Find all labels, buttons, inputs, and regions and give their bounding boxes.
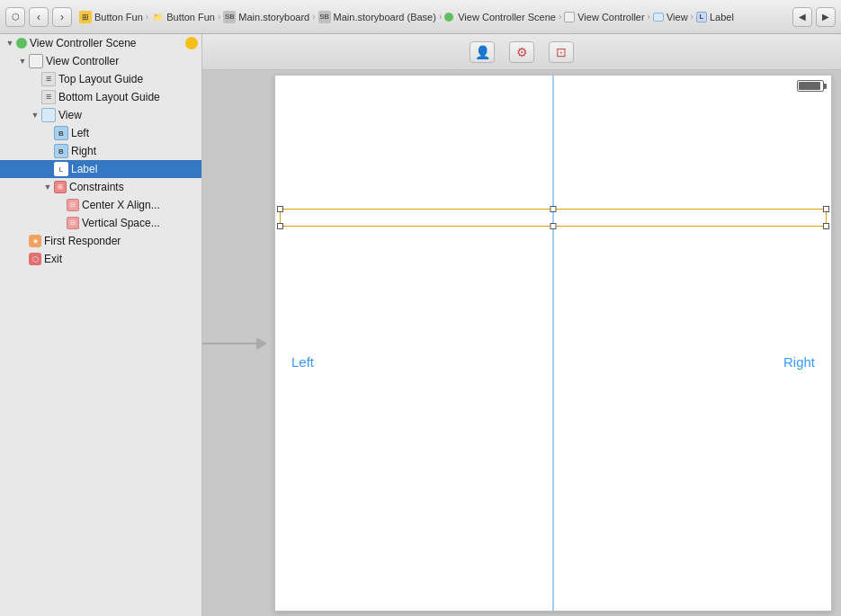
right-button-icon: B — [54, 144, 68, 158]
battery-container — [797, 80, 824, 92]
exit-label: Exit — [44, 253, 62, 265]
exit-icon: ⬡ — [29, 253, 41, 265]
tree-item-top-layout[interactable]: ☰ Top Layout Guide — [0, 70, 201, 88]
battery-nub — [824, 84, 827, 89]
tree-item-right[interactable]: B Right — [0, 142, 201, 160]
person-icon: 👤 — [475, 45, 490, 59]
label-selection-box[interactable] — [280, 209, 827, 227]
phone-canvas: Left Right — [274, 75, 832, 612]
canvas-area: 👤 ⚙ ⊡ — [202, 34, 841, 616]
tree-item-exit[interactable]: ⬡ Exit — [0, 250, 201, 268]
bc-buttonfun2-label: Button Fun — [166, 12, 215, 22]
bc-label-label: Label — [710, 12, 734, 22]
constraints-icon: ⊞ — [54, 181, 67, 193]
arrow-shaft — [202, 343, 256, 344]
bc-item-vc[interactable]: View Controller — [564, 12, 644, 22]
handle-bc — [550, 223, 557, 229]
bc-item-vcscene[interactable]: View Controller Scene — [444, 12, 556, 22]
view-icon — [41, 108, 56, 122]
bc-vc-icon — [564, 12, 575, 22]
bc-mainstoryboard-icon: SB — [223, 11, 236, 23]
nav-next-button[interactable]: ▶ — [816, 7, 836, 27]
battery-icon — [797, 80, 824, 92]
tree-item-view[interactable]: View — [0, 106, 201, 124]
right-button-text: Right — [783, 354, 815, 370]
top-toolbar: ⬡ ‹ › ⊞ Button Fun › 📁 Button Fun › SB M… — [0, 0, 841, 34]
bc-sep5: › — [559, 12, 561, 22]
bc-sep4: › — [439, 12, 442, 22]
tree-item-first-responder[interactable]: ★ First Responder — [0, 232, 201, 250]
disclosure-vc — [16, 55, 29, 67]
back-button[interactable]: ⬡ — [5, 7, 25, 27]
bc-item-mainstoryboard-base[interactable]: SB Main.storyboard (Base) — [318, 11, 436, 23]
bc-item-view[interactable]: View — [653, 12, 688, 22]
top-layout-icon: ☰ — [41, 72, 56, 86]
tree-item-vc-scene[interactable]: View Controller Scene — [0, 34, 201, 52]
bc-mainstoryboard-base-label: Main.storyboard (Base) — [334, 12, 436, 22]
vertical-space-icon: ⊟ — [67, 217, 79, 229]
center-x-label: Center X Align... — [82, 199, 160, 211]
tree-item-bottom-layout[interactable]: ☰ Bottom Layout Guide — [0, 88, 201, 106]
bc-sep2: › — [218, 12, 220, 22]
disclosure-view — [29, 109, 41, 121]
tree-item-label[interactable]: L Label — [0, 160, 201, 178]
canvas-icon-btn-3[interactable]: ⊡ — [549, 41, 574, 63]
handle-tc — [550, 206, 557, 212]
main-area: View Controller Scene View Controller ☰ … — [0, 34, 841, 616]
tree-item-constraints[interactable]: ⊞ Constraints — [0, 178, 201, 196]
canvas-icon-btn-1[interactable]: 👤 — [470, 41, 495, 63]
first-responder-icon: ★ — [29, 235, 41, 247]
label-label: Label — [71, 163, 97, 175]
left-button-text: Left — [291, 354, 314, 370]
handle-br — [823, 223, 829, 229]
label-icon: L — [54, 162, 68, 176]
tree-item-vertical-space[interactable]: ⊟ Vertical Space... — [0, 214, 201, 232]
first-responder-label: First Responder — [44, 235, 121, 247]
breadcrumb: ⊞ Button Fun › 📁 Button Fun › SB Main.st… — [79, 11, 734, 23]
bc-item-buttonfun2[interactable]: 📁 Button Fun — [151, 11, 215, 23]
scene-badge — [185, 37, 198, 49]
bc-view-label: View — [667, 12, 688, 22]
vc-label: View Controller — [46, 55, 119, 67]
bc-item-mainstoryboard[interactable]: SB Main.storyboard — [223, 11, 309, 23]
canvas-icon-btn-2[interactable]: ⚙ — [509, 41, 534, 63]
vc-icon — [29, 54, 43, 68]
settings-icon: ⚙ — [516, 45, 528, 59]
warning-icon: ⊡ — [556, 45, 567, 59]
bc-buttonfun2-icon: 📁 — [151, 11, 164, 23]
left-button-icon: B — [54, 126, 68, 140]
left-panel: View Controller Scene View Controller ☰ … — [0, 34, 202, 616]
canvas-top-bar: 👤 ⚙ ⊡ — [202, 34, 841, 70]
handle-bl — [277, 223, 283, 229]
bc-mainstoryboard-label: Main.storyboard — [238, 12, 309, 22]
nav-prev-button[interactable]: ◀ — [792, 7, 812, 27]
tree-item-center-x[interactable]: ⊟ Center X Align... — [0, 196, 201, 214]
bc-buttonfun1-label: Button Fun — [94, 12, 143, 22]
scene-icon — [16, 38, 27, 49]
left-label: Left — [71, 127, 89, 139]
bc-sep1: › — [146, 12, 148, 22]
tree-item-vc[interactable]: View Controller — [0, 52, 201, 70]
bc-buttonfun1-icon: ⊞ — [79, 11, 92, 23]
constraints-label: Constraints — [69, 181, 124, 193]
bc-vcscene-label: View Controller Scene — [458, 12, 556, 22]
bc-item-label[interactable]: L Label — [696, 12, 734, 22]
handle-tr — [823, 206, 829, 212]
center-guideline — [553, 76, 554, 611]
tree-item-left[interactable]: B Left — [0, 124, 201, 142]
back-icon: ⬡ — [12, 12, 20, 22]
nav-back-button[interactable]: ‹ — [29, 7, 49, 27]
arrow-head — [256, 337, 267, 350]
right-label: Right — [71, 145, 96, 157]
bottom-layout-icon: ☰ — [41, 90, 56, 104]
bc-sep7: › — [691, 12, 693, 22]
bc-sep3: › — [312, 12, 315, 22]
bc-item-buttonfun1[interactable]: ⊞ Button Fun — [79, 11, 143, 23]
nav-forward-button[interactable]: › — [52, 7, 72, 27]
vc-scene-label: View Controller Scene — [30, 37, 137, 49]
disclosure-vc-scene — [4, 37, 16, 49]
top-layout-label: Top Layout Guide — [58, 73, 143, 85]
battery-fill — [799, 82, 820, 90]
bc-vcscene-icon — [444, 13, 453, 22]
view-label: View — [58, 109, 82, 121]
